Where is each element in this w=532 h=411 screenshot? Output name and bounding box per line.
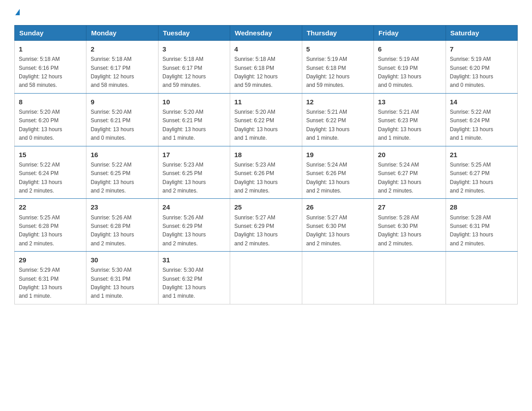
- calendar-cell: 9 Sunrise: 5:20 AM Sunset: 6:21 PM Dayli…: [86, 93, 158, 146]
- weekday-tuesday: Tuesday: [158, 26, 230, 41]
- day-number: 25: [234, 202, 297, 212]
- day-info: Sunrise: 5:23 AM Sunset: 6:26 PM Dayligh…: [234, 162, 278, 194]
- day-number: 9: [90, 97, 154, 107]
- calendar-cell: 18 Sunrise: 5:23 AM Sunset: 6:26 PM Dayl…: [230, 146, 302, 199]
- day-number: 19: [306, 150, 369, 160]
- day-info: Sunrise: 5:27 AM Sunset: 6:29 PM Dayligh…: [234, 214, 278, 247]
- weekday-friday: Friday: [374, 26, 446, 41]
- calendar-cell: 7 Sunrise: 5:19 AM Sunset: 6:20 PM Dayli…: [446, 41, 517, 94]
- day-info: Sunrise: 5:20 AM Sunset: 6:21 PM Dayligh…: [163, 109, 206, 141]
- day-info: Sunrise: 5:26 AM Sunset: 6:29 PM Dayligh…: [163, 214, 206, 247]
- calendar-cell: 15 Sunrise: 5:22 AM Sunset: 6:24 PM Dayl…: [15, 146, 86, 199]
- day-info: Sunrise: 5:25 AM Sunset: 6:27 PM Dayligh…: [450, 162, 493, 194]
- calendar-body: 1 Sunrise: 5:18 AM Sunset: 6:16 PM Dayli…: [15, 41, 518, 304]
- day-info: Sunrise: 5:18 AM Sunset: 6:17 PM Dayligh…: [163, 56, 206, 88]
- day-info: Sunrise: 5:18 AM Sunset: 6:17 PM Dayligh…: [90, 56, 134, 88]
- day-info: Sunrise: 5:30 AM Sunset: 6:32 PM Dayligh…: [163, 267, 206, 299]
- day-info: Sunrise: 5:28 AM Sunset: 6:31 PM Dayligh…: [450, 214, 493, 247]
- day-number: 3: [163, 44, 226, 54]
- day-info: Sunrise: 5:25 AM Sunset: 6:28 PM Dayligh…: [19, 214, 62, 247]
- calendar-cell: 1 Sunrise: 5:18 AM Sunset: 6:16 PM Dayli…: [15, 41, 86, 94]
- week-row-4: 22 Sunrise: 5:25 AM Sunset: 6:28 PM Dayl…: [15, 199, 518, 252]
- day-number: 15: [19, 150, 82, 160]
- calendar-cell: 3 Sunrise: 5:18 AM Sunset: 6:17 PM Dayli…: [158, 41, 230, 94]
- calendar-cell: 30 Sunrise: 5:30 AM Sunset: 6:31 PM Dayl…: [86, 252, 158, 304]
- week-row-5: 29 Sunrise: 5:29 AM Sunset: 6:31 PM Dayl…: [15, 252, 518, 304]
- calendar-cell: 19 Sunrise: 5:24 AM Sunset: 6:26 PM Dayl…: [302, 146, 373, 199]
- day-info: Sunrise: 5:20 AM Sunset: 6:22 PM Dayligh…: [234, 109, 278, 141]
- day-number: 6: [378, 44, 441, 54]
- day-number: 10: [163, 97, 226, 107]
- calendar-table: SundayMondayTuesdayWednesdayThursdayFrid…: [14, 25, 518, 304]
- calendar-cell: 31 Sunrise: 5:30 AM Sunset: 6:32 PM Dayl…: [158, 252, 230, 304]
- weekday-wednesday: Wednesday: [230, 26, 302, 41]
- day-number: 20: [378, 150, 441, 160]
- day-info: Sunrise: 5:19 AM Sunset: 6:20 PM Dayligh…: [450, 56, 493, 88]
- calendar-cell: 2 Sunrise: 5:18 AM Sunset: 6:17 PM Dayli…: [86, 41, 158, 94]
- calendar-cell: 6 Sunrise: 5:19 AM Sunset: 6:19 PM Dayli…: [374, 41, 446, 94]
- calendar-cell: 5 Sunrise: 5:19 AM Sunset: 6:18 PM Dayli…: [302, 41, 373, 94]
- calendar-cell: 4 Sunrise: 5:18 AM Sunset: 6:18 PM Dayli…: [230, 41, 302, 94]
- weekday-thursday: Thursday: [302, 26, 373, 41]
- day-info: Sunrise: 5:26 AM Sunset: 6:28 PM Dayligh…: [90, 214, 134, 247]
- day-info: Sunrise: 5:19 AM Sunset: 6:19 PM Dayligh…: [378, 56, 421, 88]
- day-number: 21: [450, 150, 513, 160]
- calendar-cell: 11 Sunrise: 5:20 AM Sunset: 6:22 PM Dayl…: [230, 93, 302, 146]
- day-number: 7: [450, 44, 513, 54]
- calendar-header: SundayMondayTuesdayWednesdayThursdayFrid…: [15, 26, 518, 41]
- calendar-cell: 17 Sunrise: 5:23 AM Sunset: 6:25 PM Dayl…: [158, 146, 230, 199]
- calendar-cell: 12 Sunrise: 5:21 AM Sunset: 6:22 PM Dayl…: [302, 93, 373, 146]
- calendar-cell: 8 Sunrise: 5:20 AM Sunset: 6:20 PM Dayli…: [15, 93, 86, 146]
- day-number: 11: [234, 97, 297, 107]
- page-header: [14, 11, 518, 17]
- day-number: 24: [163, 202, 226, 212]
- weekday-monday: Monday: [86, 26, 158, 41]
- calendar-cell: [374, 252, 446, 304]
- week-row-2: 8 Sunrise: 5:20 AM Sunset: 6:20 PM Dayli…: [15, 93, 518, 146]
- day-number: 12: [306, 97, 369, 107]
- day-info: Sunrise: 5:21 AM Sunset: 6:23 PM Dayligh…: [378, 109, 421, 141]
- day-number: 17: [163, 150, 226, 160]
- calendar-cell: 10 Sunrise: 5:20 AM Sunset: 6:21 PM Dayl…: [158, 93, 230, 146]
- calendar-cell: 21 Sunrise: 5:25 AM Sunset: 6:27 PM Dayl…: [446, 146, 517, 199]
- week-row-3: 15 Sunrise: 5:22 AM Sunset: 6:24 PM Dayl…: [15, 146, 518, 199]
- logo-triangle-icon: [15, 9, 20, 15]
- weekday-sunday: Sunday: [15, 26, 86, 41]
- calendar-cell: 14 Sunrise: 5:22 AM Sunset: 6:24 PM Dayl…: [446, 93, 517, 146]
- day-info: Sunrise: 5:23 AM Sunset: 6:25 PM Dayligh…: [163, 162, 206, 194]
- logo: [14, 11, 20, 17]
- calendar-cell: 20 Sunrise: 5:24 AM Sunset: 6:27 PM Dayl…: [374, 146, 446, 199]
- day-number: 18: [234, 150, 297, 160]
- day-number: 8: [19, 97, 82, 107]
- day-info: Sunrise: 5:24 AM Sunset: 6:26 PM Dayligh…: [306, 162, 350, 194]
- day-number: 30: [90, 255, 154, 265]
- day-info: Sunrise: 5:28 AM Sunset: 6:30 PM Dayligh…: [378, 214, 421, 247]
- calendar-cell: 16 Sunrise: 5:22 AM Sunset: 6:25 PM Dayl…: [86, 146, 158, 199]
- day-number: 27: [378, 202, 441, 212]
- week-row-1: 1 Sunrise: 5:18 AM Sunset: 6:16 PM Dayli…: [15, 41, 518, 94]
- day-number: 23: [90, 202, 154, 212]
- day-info: Sunrise: 5:20 AM Sunset: 6:21 PM Dayligh…: [90, 109, 134, 141]
- day-info: Sunrise: 5:20 AM Sunset: 6:20 PM Dayligh…: [19, 109, 62, 141]
- calendar-cell: 13 Sunrise: 5:21 AM Sunset: 6:23 PM Dayl…: [374, 93, 446, 146]
- day-number: 1: [19, 44, 82, 54]
- calendar-cell: 25 Sunrise: 5:27 AM Sunset: 6:29 PM Dayl…: [230, 199, 302, 252]
- calendar-cell: 27 Sunrise: 5:28 AM Sunset: 6:30 PM Dayl…: [374, 199, 446, 252]
- day-info: Sunrise: 5:29 AM Sunset: 6:31 PM Dayligh…: [19, 267, 62, 299]
- day-info: Sunrise: 5:24 AM Sunset: 6:27 PM Dayligh…: [378, 162, 421, 194]
- day-info: Sunrise: 5:18 AM Sunset: 6:18 PM Dayligh…: [234, 56, 278, 88]
- day-number: 4: [234, 44, 297, 54]
- calendar-cell: 29 Sunrise: 5:29 AM Sunset: 6:31 PM Dayl…: [15, 252, 86, 304]
- day-number: 16: [90, 150, 154, 160]
- calendar-cell: [230, 252, 302, 304]
- calendar-cell: [302, 252, 373, 304]
- day-number: 29: [19, 255, 82, 265]
- calendar-cell: 24 Sunrise: 5:26 AM Sunset: 6:29 PM Dayl…: [158, 199, 230, 252]
- day-number: 22: [19, 202, 82, 212]
- calendar-cell: 23 Sunrise: 5:26 AM Sunset: 6:28 PM Dayl…: [86, 199, 158, 252]
- day-number: 26: [306, 202, 369, 212]
- day-number: 31: [163, 255, 226, 265]
- weekday-saturday: Saturday: [446, 26, 517, 41]
- weekday-header-row: SundayMondayTuesdayWednesdayThursdayFrid…: [15, 26, 518, 41]
- day-info: Sunrise: 5:22 AM Sunset: 6:24 PM Dayligh…: [450, 109, 493, 141]
